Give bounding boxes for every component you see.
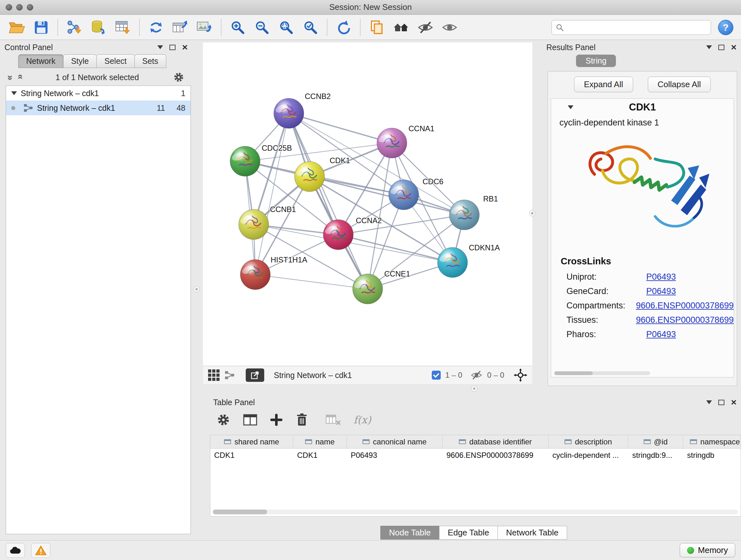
crosslink-row: Pharos:P06493 xyxy=(551,327,734,341)
results-string-tab[interactable]: String xyxy=(576,55,616,67)
table-settings-gear-icon[interactable] xyxy=(216,413,230,427)
network-node-hist1h1a[interactable] xyxy=(240,260,270,290)
minimize-window-button[interactable] xyxy=(16,4,23,10)
crosslink-label: Uniprot: xyxy=(566,272,646,282)
collapse-panel-icon[interactable] xyxy=(157,45,163,49)
collapse-all-button[interactable]: Collapse All xyxy=(648,77,711,92)
table-horizontal-scrollbar[interactable] xyxy=(213,509,738,514)
protein-name: CDK1 xyxy=(629,102,656,113)
toolbar-separator xyxy=(327,19,327,36)
column-header-shared-name[interactable]: shared name xyxy=(210,435,293,448)
warnings-button[interactable] xyxy=(31,543,51,558)
tab-edge-table[interactable]: Edge Table xyxy=(439,526,498,540)
export-image-button[interactable] xyxy=(193,17,216,37)
show-all-button[interactable] xyxy=(439,17,461,37)
network-edge[interactable] xyxy=(255,113,289,274)
hide-selected-button[interactable] xyxy=(414,17,436,37)
control-panel-tabs: NetworkStyleSelectSets xyxy=(18,54,166,68)
float-panel-icon[interactable] xyxy=(170,45,176,50)
scrollbar-thumb[interactable] xyxy=(213,509,267,514)
column-header-namespace[interactable]: namespace xyxy=(683,435,741,448)
protein-section-header[interactable]: CDK1 xyxy=(551,99,734,116)
column-header-description[interactable]: description xyxy=(549,435,628,448)
network-arrows-button[interactable] xyxy=(145,17,167,37)
network-node-cdk1[interactable] xyxy=(294,162,325,192)
zoom-in-button[interactable] xyxy=(226,17,249,37)
crosslink-pharos-link[interactable]: P06493 xyxy=(646,329,676,339)
crosslink-row: Tissues:9606.ENSP00000378699 xyxy=(551,313,734,327)
network-edge[interactable] xyxy=(255,274,367,289)
table-row[interactable]: CDK1CDK1P064939606.ENSP00000378699cyclin… xyxy=(210,449,741,462)
zoom-selected-button[interactable] xyxy=(299,17,322,37)
export-network-button[interactable] xyxy=(246,368,264,382)
column-header-database-identifier[interactable]: database identifier xyxy=(443,435,549,448)
zoom-fit-button[interactable] xyxy=(275,17,297,37)
left-splitter-handle[interactable] xyxy=(193,286,200,293)
tab-select[interactable]: Select xyxy=(96,54,134,68)
network-node-ccne1[interactable] xyxy=(353,274,383,304)
expand-all-button[interactable]: Expand All xyxy=(574,77,633,92)
bottom-splitter-handle[interactable] xyxy=(471,385,477,392)
cloud-status-button[interactable] xyxy=(6,543,25,558)
first-neighbors-button[interactable] xyxy=(390,17,412,37)
tab-network-table[interactable]: Network Table xyxy=(497,526,567,540)
tab-network[interactable]: Network xyxy=(18,54,64,68)
network-node-cdc6[interactable] xyxy=(389,180,419,210)
network-node-ccnb2[interactable] xyxy=(274,98,304,128)
open-session-button[interactable] xyxy=(6,17,28,37)
node-label-ccnb2: CCNB2 xyxy=(305,92,331,101)
import-network-from-file-button[interactable] xyxy=(63,17,85,37)
column-header-canonical-name[interactable]: canonical name xyxy=(347,435,443,448)
crosslink-uniprot-link[interactable]: P06493 xyxy=(646,272,676,282)
crosslink-compartments-link[interactable]: 9606.ENSP00000378699 xyxy=(636,301,734,311)
tab-node-table[interactable]: Node Table xyxy=(381,526,440,540)
memory-button[interactable]: Memory xyxy=(680,543,735,557)
add-column-icon[interactable] xyxy=(270,414,283,426)
results-horizontal-scrollbar[interactable] xyxy=(554,371,650,375)
save-session-button[interactable] xyxy=(30,17,52,37)
network-edge[interactable] xyxy=(289,113,392,143)
column-header--id[interactable]: @id xyxy=(628,435,683,448)
titlebar: Session: New Session xyxy=(0,0,741,15)
birdseye-view-icon[interactable] xyxy=(225,371,235,380)
import-network-from-database-button[interactable] xyxy=(87,17,110,37)
zoom-out-button[interactable] xyxy=(251,17,273,37)
network-row[interactable]: String Network – cdk1 11 48 xyxy=(6,101,191,115)
table-cell: CDK1 xyxy=(210,449,293,462)
tab-sets[interactable]: Sets xyxy=(134,54,166,68)
pan-crosshair-icon[interactable] xyxy=(514,368,527,382)
collection-expand-icon[interactable] xyxy=(11,91,17,95)
search-input[interactable] xyxy=(567,23,707,32)
network-node-cdc25b[interactable] xyxy=(230,146,260,176)
expand-all-networks-icon[interactable]: » xyxy=(15,75,24,79)
network-node-rb1[interactable] xyxy=(449,200,479,230)
network-canvas[interactable]: CCNB2CCNA1CDC25BCDK1CDC6RB1CCNB1CCNA2CDK… xyxy=(203,43,532,366)
network-node-cdkn1a[interactable] xyxy=(437,247,468,277)
grid-view-icon[interactable] xyxy=(208,369,219,381)
tab-style[interactable]: Style xyxy=(63,54,97,68)
network-node-ccna2[interactable] xyxy=(323,220,353,250)
show-columns-icon[interactable] xyxy=(243,414,257,426)
network-from-table-button[interactable] xyxy=(169,17,192,37)
delete-column-icon[interactable] xyxy=(295,413,308,427)
section-collapse-icon[interactable] xyxy=(568,105,574,109)
zoom-window-button[interactable] xyxy=(27,4,33,10)
image-export-icon xyxy=(196,20,213,35)
crosslink-genecard-link[interactable]: P06493 xyxy=(646,287,676,296)
crosslink-tissues-link[interactable]: 9606.ENSP00000378699 xyxy=(636,315,734,325)
help-button[interactable]: ? xyxy=(718,20,733,35)
search-box[interactable] xyxy=(551,20,711,35)
network-node-ccna1[interactable] xyxy=(377,128,407,158)
copy-annotation-button[interactable] xyxy=(366,17,388,37)
column-header-name[interactable]: name xyxy=(293,435,347,448)
network-options-gear-icon[interactable] xyxy=(173,71,185,83)
import-table-from-file-button[interactable] xyxy=(112,17,134,37)
refresh-layout-button[interactable] xyxy=(333,17,355,37)
network-collection-row[interactable]: String Network – cdk1 1 xyxy=(6,86,191,101)
close-panel-icon[interactable]: × xyxy=(182,43,188,52)
selected-nodes-checkbox[interactable] xyxy=(432,371,441,380)
toolbar-separator xyxy=(57,19,58,36)
close-window-button[interactable] xyxy=(6,4,12,10)
network-node-ccnb1[interactable] xyxy=(239,209,269,240)
right-splitter-handle[interactable] xyxy=(529,210,536,216)
